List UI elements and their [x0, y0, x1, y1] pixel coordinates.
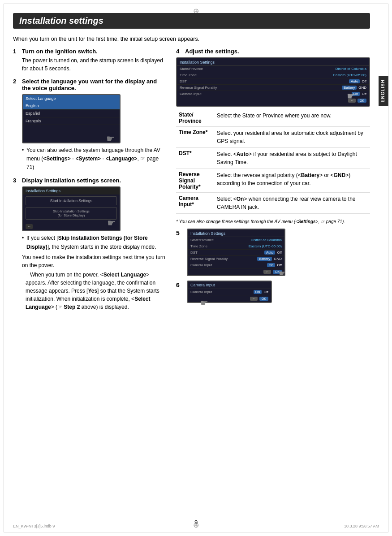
step-2-bullets: You can also select the system language … — [22, 146, 165, 172]
step-4-header: 4 Adjust the settings. — [176, 48, 370, 55]
lang-option-spanish: Español — [23, 110, 120, 117]
step-5-row-dst: DST Auto Off — [188, 250, 284, 256]
install-option-start: Start Installation Settings — [26, 196, 117, 205]
step-4-num: 4 — [176, 48, 182, 55]
step-5-row-tz: Time Zone Eastern (UTC-05:00) — [188, 243, 284, 250]
step-6-screen: Camera Input Camera Input On Off ← — [187, 281, 272, 303]
footer-right: 10.3.28 9:56:57 AM — [344, 524, 379, 528]
settings-term-dst: DST* — [176, 147, 214, 169]
lang-option-english: English — [23, 102, 120, 110]
settings-term-camera: CameraInput* — [176, 192, 214, 213]
hand-cursor-lang: ☛ — [106, 133, 115, 143]
step-2-title: Select the language you want for the dis… — [22, 78, 165, 91]
step-6-val2: Off — [263, 290, 268, 294]
step-1: 1 Turn on the ignition switch. The power… — [13, 48, 165, 73]
step-6-val1: On — [254, 290, 262, 294]
settings-row-dst: DST* Select <Auto> if your residential a… — [176, 147, 370, 169]
install-screen-title: Installation Settings — [23, 187, 120, 195]
hand-cursor-step4: ☛ — [347, 91, 356, 102]
settings-row-state: State/Province Select the State or Provi… — [176, 109, 370, 127]
step-6-cam-row: Camera Input On Off — [188, 289, 271, 295]
step-1-num: 1 — [13, 48, 19, 55]
step-3: 3 Display installation settings screen. … — [13, 177, 165, 311]
step-2-bullet-1: You can also select the system language … — [22, 146, 165, 172]
lang-option-french: Français — [23, 117, 120, 125]
install-back-btn: ← — [26, 224, 33, 229]
step-6-back-btn: ← — [250, 297, 258, 301]
step-5-back-btn: ← — [263, 270, 271, 274]
step-1-header: 1 Turn on the ignition switch. — [13, 48, 165, 55]
screen-row-reverse: Reverse Signal Porality Battery GND — [177, 85, 369, 91]
language-select-screen: Select Language English Español Français… — [22, 94, 121, 143]
step-6-content: Camera Input Camera Input On Off ← — [187, 281, 272, 303]
main-content: Installation settings When you turn on t… — [13, 13, 370, 519]
settings-desc-camera: Select <On> when connecting the rear vie… — [214, 192, 370, 213]
screen-row-camera: Camera Input On Off — [177, 91, 369, 97]
step-4-screen: Installation Settings State/Province Dis… — [176, 57, 370, 107]
step-6: 6 Camera Input Camera Input On Off — [176, 281, 370, 303]
step-5-num: 5 — [176, 229, 182, 237]
step-4-title: Adjust the settings. — [185, 48, 239, 55]
hand-cursor-step6: ☛ — [200, 298, 208, 308]
settings-row-reverse: ReverseSignalPolarity* Select the revers… — [176, 169, 370, 192]
settings-term-reverse: ReverseSignalPolarity* — [176, 169, 214, 192]
intro-text: When you turn on the unit for the first … — [13, 35, 370, 43]
screen-row-dst: DST Auto Off — [177, 78, 369, 85]
step-6-screen-title: Camera Input — [188, 281, 271, 289]
settings-term-state: State/Province — [176, 109, 214, 127]
footer-left: EN_KW-NT3[J]5.indb 9 — [13, 524, 55, 528]
left-column: 1 Turn on the ignition switch. The power… — [13, 48, 165, 316]
step-3-num: 3 — [13, 177, 19, 184]
step-5-row-cam: Camera Input On Off — [188, 262, 284, 268]
settings-row-camera: CameraInput* Select <On> when connecting… — [176, 192, 370, 213]
install-screen: Installation Settings Start Installation… — [22, 186, 121, 231]
screen-row-timezone: Time Zone Eastern (UTC-05:00) — [177, 72, 369, 78]
page-title: Installation settings — [13, 13, 370, 29]
step-5-btn-row: ← OK ☛ — [188, 268, 284, 275]
step-1-body: The power is turned on, and the startup … — [22, 56, 165, 73]
step-5-row-state: State/Province District of Columbia — [188, 237, 284, 243]
lang-screen-title: Select Language — [23, 95, 120, 102]
step-2-num: 2 — [13, 78, 19, 85]
step-5-screen: Installation Settings State/Province Dis… — [187, 229, 285, 276]
step-2: 2 Select the language you want for the d… — [13, 78, 165, 172]
step-2-header: 2 Select the language you want for the d… — [13, 78, 165, 91]
hand-cursor-install: ☛ — [107, 217, 116, 229]
settings-desc-state: Select the State or Province where you a… — [214, 109, 370, 127]
step-1-title: Turn on the ignition switch. — [22, 48, 98, 55]
language-tab: ENGLISH — [379, 76, 388, 106]
settings-row-timezone: Time Zone* Select your residential area … — [176, 126, 370, 147]
step-5-screen-title: Installation Settings — [188, 229, 284, 237]
step-4-screen-title: Installation Settings — [177, 58, 369, 66]
right-column: 4 Adjust the settings. Installation Sett… — [176, 48, 370, 316]
step-3-bullet-1: If you select [Skip Installation Setting… — [22, 234, 165, 251]
screen-btn-row: ← OK — [177, 97, 369, 104]
step-5: 5 Installation Settings State/Province D… — [176, 229, 370, 276]
settings-desc-reverse: Select the reverse signal polarity (<Bat… — [214, 169, 370, 192]
screen-row-state: State/Province District of Columbia — [177, 66, 369, 72]
settings-table: State/Province Select the State or Provi… — [176, 109, 370, 214]
footer: EN_KW-NT3[J]5.indb 9 10.3.28 9:56:57 AM — [13, 524, 379, 528]
step-6-num: 6 — [176, 281, 182, 289]
hand-cursor-step5: ☛ — [279, 268, 285, 276]
step-3-title: Display installation settings screen. — [22, 177, 121, 184]
step-6-ok-btn: OK — [259, 297, 268, 301]
step-3-bullets: If you select [Skip Installation Setting… — [22, 234, 165, 251]
settings-desc-dst: Select <Auto> if your residential area i… — [214, 147, 370, 169]
steps-5-6: 5 Installation Settings State/Province D… — [176, 229, 370, 303]
settings-desc-timezone: Select your residential area for automat… — [214, 126, 370, 147]
page-border: ENGLISH ⊕ ⊕ Installation settings When y… — [4, 4, 388, 532]
step-3-extra: You need to make the installation settin… — [22, 253, 165, 269]
settings-term-timezone: Time Zone* — [176, 126, 214, 147]
screen-ok-btn: OK — [358, 99, 366, 103]
step-3-header: 3 Display installation settings screen. — [13, 177, 165, 184]
two-col-layout: 1 Turn on the ignition switch. The power… — [13, 48, 370, 316]
step-5-row-rev: Reverse Signal Porality Battery GND — [188, 256, 284, 262]
settings-footnote: * You can also change these settings thr… — [176, 218, 370, 225]
step-3-dash: – When you turn on the power, <Select La… — [26, 271, 165, 311]
install-option-skip: Skip Installation Settings(for Store Dis… — [26, 207, 117, 220]
